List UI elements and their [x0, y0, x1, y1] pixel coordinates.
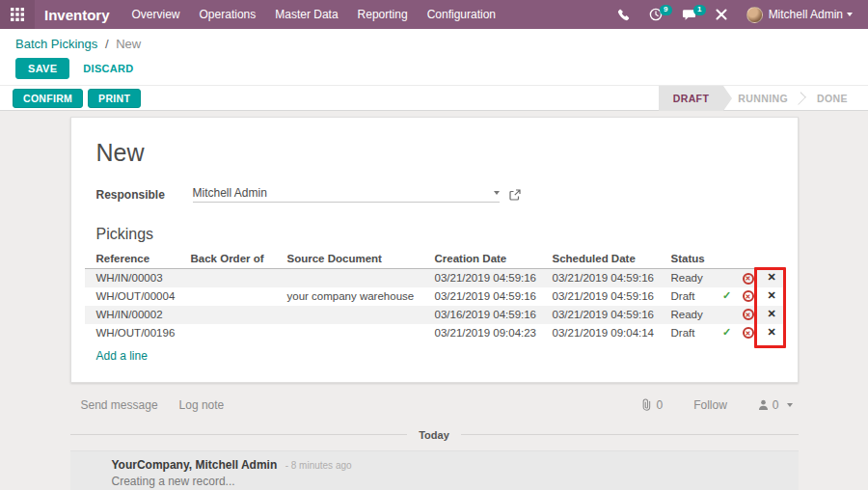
- cell-scheduled[interactable]: 03/21/2019 04:59:16: [541, 287, 660, 306]
- table-row[interactable]: WH/OUT/00004 your company warehouse 03/2…: [85, 287, 786, 306]
- send-message-button[interactable]: Send message: [81, 398, 158, 412]
- cell-reference[interactable]: WH/IN/00003: [85, 269, 179, 287]
- user-menu[interactable]: Mitchell Admin: [739, 3, 860, 27]
- menu-master-data[interactable]: Master Data: [266, 0, 346, 29]
- cell-scheduled[interactable]: 03/21/2019 04:59:16: [541, 306, 660, 324]
- cell-reference[interactable]: WH/OUT/00196: [85, 324, 179, 342]
- statusbar: DRAFT RUNNING DONE: [659, 86, 862, 111]
- table-row[interactable]: WH/IN/00003 03/21/2019 04:59:16 03/21/20…: [85, 269, 786, 287]
- cell-status[interactable]: Ready: [660, 269, 716, 287]
- cell-source[interactable]: [276, 306, 423, 324]
- add-a-line-link[interactable]: Add a line: [96, 349, 148, 363]
- cell-status[interactable]: Draft: [660, 324, 716, 342]
- status-step-running[interactable]: RUNNING: [723, 86, 802, 111]
- menu-reporting[interactable]: Reporting: [349, 0, 417, 29]
- top-navbar: Inventory Overview Operations Master Dat…: [0, 0, 868, 29]
- app-title: Inventory: [44, 7, 110, 23]
- cell-scheduled[interactable]: 03/21/2019 04:59:16: [541, 269, 660, 287]
- col-scheduled-date: Scheduled Date: [541, 251, 660, 269]
- cancel-circle-icon[interactable]: ✕: [743, 273, 754, 285]
- apps-grid-icon: [11, 8, 24, 21]
- activity-badge: 9: [660, 5, 672, 15]
- col-reference: Reference: [85, 251, 179, 269]
- chevron-down-icon[interactable]: [494, 191, 500, 195]
- cell-reference[interactable]: WH/IN/00002: [85, 306, 179, 324]
- attachments-button[interactable]: 0: [640, 398, 663, 412]
- cell-back-order[interactable]: [179, 324, 276, 342]
- responsible-value[interactable]: Mitchell Admin: [193, 186, 494, 200]
- form-statusbar-row: CONFIRM PRINT DRAFT RUNNING DONE: [0, 85, 868, 111]
- cell-status[interactable]: Draft: [660, 287, 716, 306]
- tools-x-icon: [716, 9, 727, 20]
- messages-button[interactable]: 1: [674, 4, 704, 25]
- message-body: Creating a new record...: [112, 475, 789, 488]
- menu-overview[interactable]: Overview: [123, 0, 189, 29]
- status-step-done[interactable]: DONE: [802, 86, 862, 111]
- delete-row-icon[interactable]: ✕: [767, 289, 775, 301]
- col-back-order: Back Order of: [179, 251, 276, 269]
- cell-back-order[interactable]: [179, 306, 276, 324]
- follow-button[interactable]: Follow: [693, 398, 727, 412]
- breadcrumb-separator: /: [105, 37, 109, 51]
- cell-creation[interactable]: 03/16/2019 04:59:16: [423, 306, 541, 324]
- breadcrumb-batch-pickings[interactable]: Batch Pickings: [15, 37, 97, 51]
- cancel-circle-icon[interactable]: ✕: [743, 309, 754, 320]
- breadcrumb: Batch Pickings / New: [15, 36, 853, 52]
- cancel-circle-icon[interactable]: ✕: [743, 327, 754, 339]
- chevron-down-icon: [787, 403, 793, 407]
- message-header: YourCompany, Mitchell Admin - 8 minutes …: [112, 458, 789, 472]
- confirm-button[interactable]: CONFIRM: [13, 89, 83, 108]
- breadcrumb-current: New: [116, 37, 141, 51]
- cell-back-order[interactable]: [179, 269, 276, 287]
- cell-creation[interactable]: 03/21/2019 04:59:16: [423, 287, 541, 306]
- delete-row-icon[interactable]: ✕: [767, 308, 775, 319]
- cell-source[interactable]: your company warehouse: [276, 287, 423, 306]
- record-actions: SAVE DISCARD: [15, 58, 853, 79]
- responsible-field[interactable]: Mitchell Admin: [193, 186, 500, 203]
- save-button[interactable]: SAVE: [15, 58, 69, 79]
- table-row[interactable]: WH/OUT/00196 03/21/2019 09:04:23 03/21/2…: [85, 324, 786, 342]
- phone-icon: [617, 9, 630, 21]
- user-avatar: [746, 7, 763, 23]
- cell-status[interactable]: Ready: [660, 306, 716, 324]
- responsible-field-row: Responsible Mitchell Admin: [96, 186, 773, 203]
- confirm-check-icon[interactable]: ✓: [722, 326, 731, 338]
- status-step-draft[interactable]: DRAFT: [659, 86, 724, 111]
- delete-row-icon[interactable]: ✕: [767, 326, 775, 338]
- menu-operations[interactable]: Operations: [191, 0, 265, 29]
- discard-button[interactable]: DISCARD: [73, 59, 143, 78]
- pickings-table-wrap: Reference Back Order of Source Document …: [85, 251, 786, 368]
- message-author: YourCompany, Mitchell Admin: [112, 458, 278, 472]
- confirm-check-icon[interactable]: ✓: [722, 289, 731, 301]
- chatter-toolbar: Send message Log note 0 Follow 0: [70, 398, 799, 412]
- main-menu: Overview Operations Master Data Reportin…: [123, 0, 505, 29]
- cell-scheduled[interactable]: 03/21/2019 09:04:14: [541, 324, 660, 342]
- cell-source[interactable]: [276, 269, 423, 287]
- menu-configuration[interactable]: Configuration: [419, 0, 504, 29]
- print-button[interactable]: PRINT: [88, 89, 141, 108]
- chevron-down-icon: [847, 13, 853, 16]
- cell-source[interactable]: [276, 324, 423, 342]
- activity-button[interactable]: 9: [641, 4, 670, 25]
- table-row[interactable]: WH/IN/00002 03/16/2019 04:59:16 03/21/20…: [85, 306, 786, 324]
- phone-button[interactable]: [610, 5, 637, 25]
- followers-button[interactable]: 0: [758, 398, 793, 412]
- apps-menu-button[interactable]: [0, 0, 35, 29]
- cell-back-order[interactable]: [179, 287, 276, 306]
- record-title: New: [96, 139, 773, 167]
- cell-creation[interactable]: 03/21/2019 09:04:23: [423, 324, 541, 342]
- messages-badge: 1: [693, 5, 706, 15]
- chatter: Send message Log note 0 Follow 0 Today: [70, 398, 799, 490]
- table-header-row: Reference Back Order of Source Document …: [85, 251, 786, 269]
- cell-reference[interactable]: WH/OUT/00004: [85, 287, 179, 306]
- support-tools-button[interactable]: [708, 5, 735, 24]
- external-link-icon[interactable]: [509, 189, 521, 201]
- log-note-button[interactable]: Log note: [179, 398, 225, 412]
- col-creation-date: Creation Date: [423, 251, 541, 269]
- cell-creation[interactable]: 03/21/2019 04:59:16: [423, 269, 541, 287]
- cancel-circle-icon[interactable]: ✕: [743, 290, 754, 302]
- message-timestamp: - 8 minutes ago: [285, 460, 352, 471]
- delete-row-icon[interactable]: ✕: [767, 271, 775, 283]
- navbar-systray: 9 1 Mitchell Admin: [610, 3, 868, 27]
- chatter-right-tools: 0 Follow 0: [640, 398, 792, 412]
